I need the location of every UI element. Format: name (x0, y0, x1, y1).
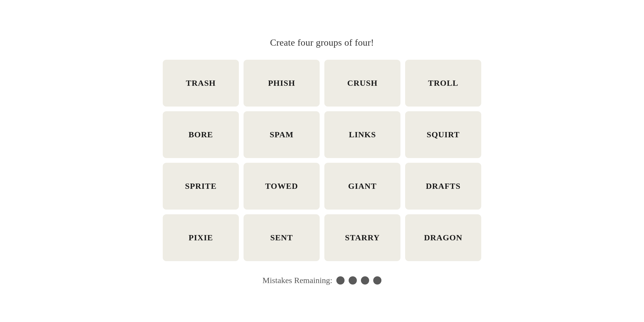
mistakes-dots (336, 276, 381, 285)
tile-crush[interactable]: CRUSH (324, 60, 400, 107)
tile-label-trash: TRASH (186, 78, 216, 88)
tile-squirt[interactable]: SQUIRT (405, 111, 481, 158)
mistake-dot-2 (361, 276, 369, 285)
mistakes-row: Mistakes Remaining: (263, 276, 382, 285)
mistakes-label: Mistakes Remaining: (263, 276, 333, 285)
tile-label-dragon: DRAGON (424, 233, 462, 242)
tile-label-crush: CRUSH (347, 78, 378, 88)
tile-bore[interactable]: BORE (163, 111, 239, 158)
tile-label-troll: TROLL (428, 78, 458, 88)
tile-label-sent: SENT (270, 233, 293, 242)
tile-giant[interactable]: GIANT (324, 163, 400, 210)
subtitle: Create four groups of four! (270, 37, 374, 48)
tile-label-pixie: PIXIE (189, 233, 213, 242)
tile-sprite[interactable]: SPRITE (163, 163, 239, 210)
tile-links[interactable]: LINKS (324, 111, 400, 158)
tile-trash[interactable]: TRASH (163, 60, 239, 107)
tile-pixie[interactable]: PIXIE (163, 214, 239, 261)
game-grid: TRASHPHISHCRUSHTROLLBORESPAMLINKSSQUIRTS… (163, 60, 481, 261)
tile-label-drafts: DRAFTS (426, 181, 461, 191)
tile-label-squirt: SQUIRT (427, 130, 460, 139)
tile-troll[interactable]: TROLL (405, 60, 481, 107)
tile-drafts[interactable]: DRAFTS (405, 163, 481, 210)
mistake-dot-0 (336, 276, 345, 285)
tile-label-bore: BORE (189, 130, 213, 139)
mistake-dot-3 (373, 276, 381, 285)
tile-label-phish: PHISH (268, 78, 295, 88)
tile-label-giant: GIANT (348, 181, 376, 191)
tile-label-links: LINKS (349, 130, 376, 139)
tile-label-sprite: SPRITE (185, 181, 217, 191)
tile-label-towed: TOWED (265, 181, 298, 191)
tile-label-spam: SPAM (270, 130, 294, 139)
tile-towed[interactable]: TOWED (244, 163, 320, 210)
tile-starry[interactable]: STARRY (324, 214, 400, 261)
tile-label-starry: STARRY (345, 233, 380, 242)
tile-dragon[interactable]: DRAGON (405, 214, 481, 261)
tile-sent[interactable]: SENT (244, 214, 320, 261)
tile-phish[interactable]: PHISH (244, 60, 320, 107)
tile-spam[interactable]: SPAM (244, 111, 320, 158)
mistake-dot-1 (349, 276, 357, 285)
